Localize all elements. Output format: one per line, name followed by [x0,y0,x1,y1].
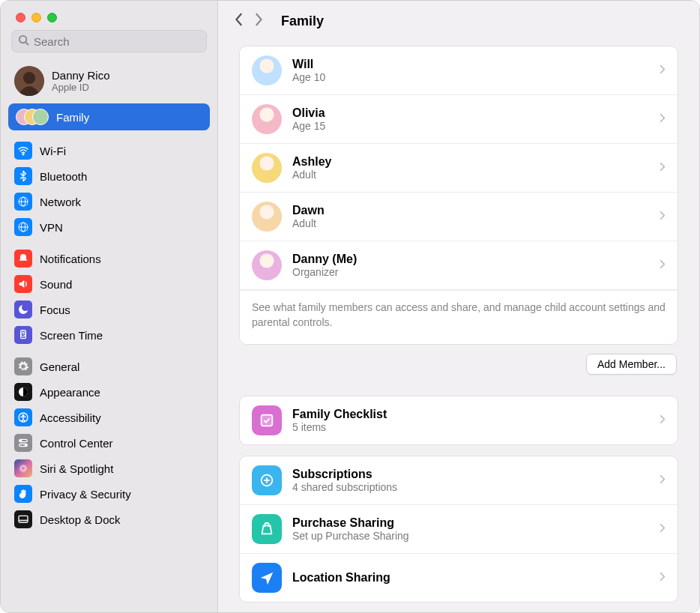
bluetooth-icon [14,167,32,185]
family-members-footnote: See what family members can access and s… [240,290,678,344]
sidebar-item-label: Control Center [40,437,113,450]
svg-rect-22 [19,516,28,522]
family-checklist-row[interactable]: Family Checklist 5 items [240,396,678,444]
sidebar-item-vpn[interactable]: VPN [8,214,210,240]
sidebar-item-general[interactable]: General [8,354,210,379]
member-sub: Age 10 [292,71,649,83]
checklist-icon [252,405,282,435]
appearance-icon [14,383,32,401]
sidebar-item-privacy-security[interactable]: Privacy & Security [8,481,210,507]
main-pane: Family WillAge 10OliviaAge 15AshleyAdult… [218,1,699,612]
sidebar-item-screen-time[interactable]: Screen Time [8,322,210,348]
profile-sub: Apple ID [52,82,110,93]
sidebar-item-label: General [40,360,79,373]
family-member-row[interactable]: Danny (Me)Organizer [240,241,678,290]
sidebar-item-focus[interactable]: Focus [8,297,210,322]
page-title: Family [281,13,324,29]
accessibility-icon [14,408,32,426]
checklist-sub: 5 items [292,421,649,433]
sidebar-item-desktop-dock[interactable]: Desktop & Dock [8,507,210,532]
sidebar-item-wi-fi[interactable]: Wi-Fi [8,138,210,163]
sidebar-item-control-center[interactable]: Control Center [8,430,210,456]
sidebar-item-label: Privacy & Security [40,488,131,501]
member-sub: Adult [292,217,649,229]
svg-point-3 [23,72,35,84]
chevron-right-icon [660,522,666,536]
siri-icon [14,459,32,477]
member-sub: Organizer [292,266,649,278]
chevron-right-icon [660,474,666,487]
wifi-icon [14,142,32,160]
search-field[interactable] [11,30,207,52]
gear-icon [14,357,32,375]
sidebar-item-appearance[interactable]: Appearance [8,379,210,405]
chevron-right-icon [660,259,666,272]
svg-point-0 [19,36,26,43]
add-member-button[interactable]: Add Member... [586,354,677,375]
feature-sub: 4 shared subscriptions [292,481,649,493]
sidebar-item-notifications[interactable]: Notifications [8,246,210,271]
location-icon [252,563,282,593]
member-name: Ashley [292,155,649,169]
feature-row-subscriptions[interactable]: Subscriptions4 shared subscriptions [240,456,678,505]
toolbar: Family [218,1,699,41]
sidebar-item-label: Bluetooth [40,170,87,183]
zoom-window-button[interactable] [47,13,57,22]
chevron-right-icon [660,64,666,77]
feature-row-purchase-sharing[interactable]: Purchase SharingSet up Purchase Sharing [240,505,678,554]
sidebar-item-label: VPN [40,221,63,234]
sidebar-item-label: Focus [40,304,70,316]
chevron-right-icon [660,414,666,427]
sidebar-item-apple-id[interactable]: Danny Rico Apple ID [8,60,210,102]
profile-name: Danny Rico [52,69,110,82]
member-name: Dawn [292,204,649,217]
purchase-icon [252,514,282,544]
member-avatar [252,55,282,85]
sidebar-item-label: Notifications [40,253,101,265]
sidebar-item-family[interactable]: Family [8,103,210,130]
focus-icon [14,301,32,318]
sidebar-item-label: Siri & Spotlight [40,462,113,475]
svg-point-4 [22,154,24,155]
minimize-window-button[interactable] [31,13,41,22]
sound-icon [14,275,32,293]
feature-title: Subscriptions [292,468,649,481]
vpn-icon [14,218,32,236]
sidebar-item-bluetooth[interactable]: Bluetooth [8,163,210,189]
back-button[interactable] [235,13,244,29]
member-sub: Adult [292,169,649,181]
chevron-right-icon [660,571,666,585]
profile-text: Danny Rico Apple ID [52,69,110,93]
svg-point-19 [25,444,26,446]
sidebar-item-siri-spotlight[interactable]: Siri & Spotlight [8,456,210,481]
feature-title: Location Sharing [292,571,649,585]
family-members-card: WillAge 10OliviaAge 15AshleyAdultDawnAdu… [239,46,678,345]
member-name: Will [292,58,649,71]
sidebar-item-label: Screen Time [40,329,103,342]
hand-icon [14,485,32,503]
member-avatar [252,153,282,183]
sidebar-item-label: Sound [40,278,72,291]
sidebar-item-network[interactable]: Network [8,189,210,214]
family-avatars-icon [16,108,49,126]
forward-button[interactable] [254,13,263,29]
member-sub: Age 15 [292,120,649,132]
sidebar-item-accessibility[interactable]: Accessibility [8,405,210,430]
feature-sub: Set up Purchase Sharing [292,530,649,542]
family-member-row[interactable]: WillAge 10 [240,46,678,95]
network-icon [14,193,32,211]
family-member-row[interactable]: OliviaAge 15 [240,95,678,144]
family-member-row[interactable]: AshleyAdult [240,144,678,193]
sidebar-item-label: Appearance [40,386,100,399]
sidebar-item-sound[interactable]: Sound [8,271,210,297]
member-avatar [252,250,282,280]
family-member-row[interactable]: DawnAdult [240,193,678,241]
settings-window: Danny Rico Apple ID Family Wi-FiBluetoot… [0,0,700,613]
feature-row-location-sharing[interactable]: Location Sharing [240,554,678,602]
svg-rect-24 [262,414,273,426]
sidebar-item-label: Wi-Fi [40,145,66,157]
close-window-button[interactable] [16,13,25,22]
family-features-card: Subscriptions4 shared subscriptionsPurch… [239,456,678,603]
search-input[interactable] [34,35,200,48]
svg-point-15 [22,414,24,416]
